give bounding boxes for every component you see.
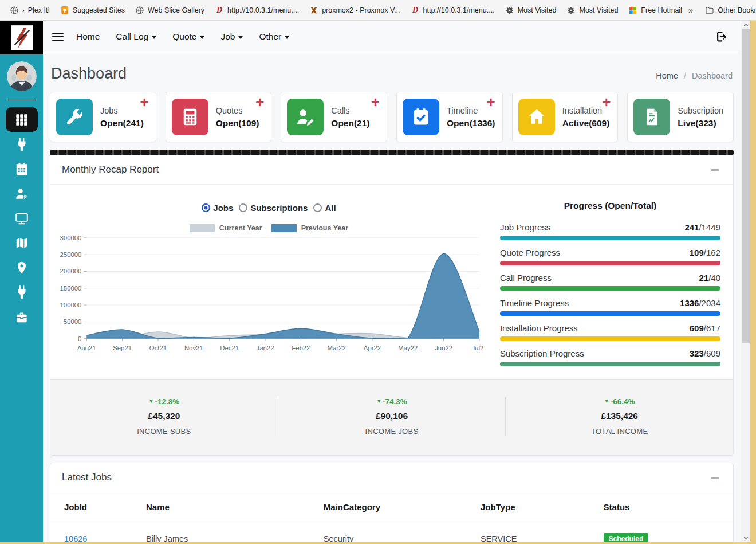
- vertical-scrollbar[interactable]: [741, 21, 750, 542]
- progress-bar: [500, 336, 720, 341]
- stat-card-quotes[interactable]: QuotesOpen(109)+: [166, 92, 272, 142]
- add-icon[interactable]: +: [255, 93, 264, 111]
- stat-card-value: Open(241): [100, 118, 144, 128]
- bookmark-most-visited[interactable]: Most Visited: [500, 4, 562, 17]
- user-edit-icon: [287, 99, 324, 135]
- income-amount: £90,106: [278, 411, 506, 421]
- other-bookmarks-button[interactable]: Other Bookmarks: [700, 4, 756, 17]
- nav-menu: HomeCall LogQuoteJobOther: [76, 32, 289, 42]
- radio-subscriptions[interactable]: Subscriptions: [239, 203, 308, 213]
- sidebar-item-connections[interactable]: [6, 132, 38, 156]
- progress-column: Progress (Open/Total) Job Progress241/14…: [484, 194, 723, 374]
- chevron-down-icon: [238, 36, 243, 39]
- bookmark-label: Free Hotmail: [641, 6, 682, 14]
- bookmarks-list: ›Plex It!Suggested SitesWeb Slice Galler…: [5, 4, 687, 17]
- bookmark-most-visited[interactable]: Most Visited: [561, 4, 623, 17]
- sidebar-item-calendar[interactable]: [6, 156, 38, 181]
- bookmark-http-10-0-3-1-menu[interactable]: Dhttp://10.0.3.1/menu....: [405, 4, 500, 17]
- radio-jobs[interactable]: Jobs: [202, 203, 233, 213]
- user-cog-icon: [14, 186, 29, 201]
- income-delta: ▼-66.4%: [506, 397, 733, 406]
- bookmark-http-10-0-3-1-menu[interactable]: Dhttp://10.0.3.1/menu....: [210, 4, 304, 17]
- breadcrumb-separator: /: [684, 71, 686, 80]
- stat-card-label: Jobs: [100, 106, 144, 115]
- scroll-up-icon[interactable]: [741, 21, 750, 29]
- radio-all[interactable]: All: [313, 203, 336, 213]
- column-header-jobid: JobId: [50, 492, 139, 522]
- stat-card-value: Open(109): [216, 118, 259, 128]
- gear-icon: [566, 6, 576, 15]
- sidebar-item-locations[interactable]: [6, 255, 38, 280]
- page-content: Dashboard Home / Dashboard JobsOpen(241)…: [43, 53, 741, 542]
- svg-text:D: D: [216, 6, 222, 14]
- stat-card-label: Quotes: [216, 106, 259, 115]
- svg-text:Mar22: Mar22: [328, 345, 346, 351]
- home-icon: [518, 99, 555, 135]
- sidebar-item-map[interactable]: [6, 230, 38, 255]
- nav-item-quote[interactable]: Quote: [172, 32, 204, 42]
- sidebar-item-power[interactable]: [6, 280, 38, 304]
- income-delta: ▼-74.3%: [278, 397, 506, 406]
- stat-card-calls[interactable]: CallsOpen(21)+: [281, 92, 387, 142]
- bookmark-label: Most Visited: [579, 6, 618, 14]
- breadcrumb-home-link[interactable]: Home: [656, 71, 678, 80]
- progress-subscription-progress: Subscription Progress323/609: [500, 349, 720, 366]
- nav-item-home[interactable]: Home: [76, 32, 100, 42]
- bookmark-web-slice-gallery[interactable]: Web Slice Gallery: [130, 4, 210, 17]
- nav-item-job[interactable]: Job: [220, 32, 243, 42]
- income-income-jobs: ▼-74.3%£90,106INCOME JOBS: [278, 397, 506, 436]
- stat-card-value: Live(323): [678, 118, 723, 128]
- chevron-down-icon: [200, 36, 204, 39]
- sidebar-item-dashboard[interactable]: [6, 107, 38, 132]
- logout-icon[interactable]: [715, 30, 728, 43]
- nav-item-other[interactable]: Other: [259, 32, 289, 42]
- bookmark-free-hotmail[interactable]: Free Hotmail: [623, 4, 687, 17]
- window-edge-right: [750, 21, 756, 542]
- legend-current-year: Current Year: [190, 224, 262, 232]
- svg-text:May22: May22: [398, 345, 418, 351]
- latest-jobs-panel: Latest Jobs JobIdNameMainCategoryJobType…: [50, 463, 734, 542]
- nav-item-call-log[interactable]: Call Log: [116, 32, 156, 42]
- legend-swatch: [271, 224, 297, 232]
- stat-card-jobs[interactable]: JobsOpen(241)+: [50, 92, 156, 142]
- bookmark-proxmox2-proxmox-v[interactable]: proxmox2 - Proxmox V...: [304, 4, 405, 17]
- calendar-check-icon: [403, 99, 439, 135]
- svg-text:Dec21: Dec21: [220, 345, 239, 351]
- user-avatar[interactable]: [7, 61, 37, 91]
- recap-chart-area: JobsSubscriptionsAll Current YearPreviou…: [54, 194, 484, 374]
- stat-card-subscription[interactable]: SubscriptionLive(323): [627, 92, 734, 142]
- add-icon[interactable]: +: [602, 93, 611, 111]
- add-icon[interactable]: +: [140, 93, 148, 111]
- collapse-icon[interactable]: [708, 475, 722, 481]
- column-header-status: Status: [597, 492, 733, 522]
- svg-text:Apr22: Apr22: [364, 345, 381, 351]
- income-amount: £135,426: [506, 411, 733, 421]
- stat-card-label: Calls: [331, 106, 369, 115]
- job-id-link[interactable]: 10626: [64, 534, 87, 542]
- stat-card-installation[interactable]: InstallationActive(609)+: [512, 92, 619, 142]
- svg-text:Jun22: Jun22: [435, 345, 452, 351]
- sidebar-item-monitor[interactable]: [6, 206, 38, 230]
- gear-icon: [505, 6, 514, 15]
- scroll-down-icon[interactable]: [741, 533, 750, 542]
- globe-icon: [10, 6, 19, 15]
- sidebar-item-user-settings[interactable]: [6, 181, 38, 206]
- monthly-recap-panel: Monthly Recap Report JobsSubscriptionsAl…: [50, 155, 734, 456]
- hamburger-menu-icon[interactable]: [52, 33, 64, 41]
- progress-label: Quote Progress: [500, 248, 560, 257]
- svg-text:Jan22: Jan22: [257, 345, 274, 351]
- collapse-icon[interactable]: [708, 167, 722, 173]
- stat-card-label: Subscription: [678, 106, 723, 115]
- panel-drag-bar[interactable]: [50, 150, 734, 155]
- bookmark-plex-it[interactable]: ›Plex It!: [5, 4, 55, 17]
- stat-card-timeline[interactable]: TimelineOpen(1336)+: [396, 92, 503, 142]
- bookmark-suggested-sites[interactable]: Suggested Sites: [55, 4, 130, 17]
- add-icon[interactable]: +: [487, 93, 495, 111]
- svg-text:D: D: [411, 6, 418, 14]
- sidebar-item-toolbox[interactable]: [6, 304, 38, 329]
- scrollbar-thumb[interactable]: [742, 29, 750, 343]
- bookmarks-overflow-chevron-icon[interactable]: »: [688, 5, 693, 15]
- bookmark-chevron-icon: ›: [22, 7, 25, 14]
- add-icon[interactable]: +: [371, 93, 380, 111]
- app-logo[interactable]: [0, 21, 43, 54]
